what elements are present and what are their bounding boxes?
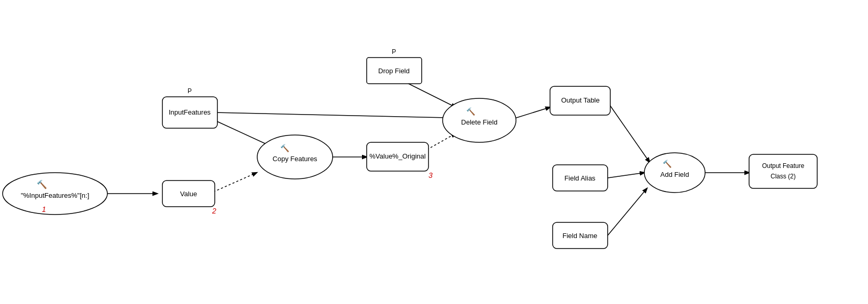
output-table-label: Output Table: [561, 96, 599, 104]
svg-line-6: [403, 81, 456, 107]
input-features-percent-label: "%InputFeatures%"[n:]: [21, 192, 90, 199]
field-alias-label: Field Alias: [564, 174, 596, 182]
svg-line-9: [608, 173, 644, 178]
number-1-label: 1: [42, 205, 46, 213]
output-feature-class-node[interactable]: [749, 154, 817, 188]
output-feature-class-label-2: Class (2): [771, 173, 796, 180]
hammer-icon-4: 🔨: [663, 160, 672, 168]
svg-line-10: [608, 188, 647, 235]
svg-line-5: [215, 112, 448, 118]
hammer-icon-1: 🔨: [37, 179, 47, 189]
svg-line-8: [608, 102, 650, 162]
input-features-label: InputFeatures: [169, 108, 211, 116]
hammer-icon-2: 🔨: [280, 144, 290, 153]
hammer-icon-3: 🔨: [466, 107, 476, 116]
number-2-label: 2: [212, 207, 216, 215]
add-field-label: Add Field: [661, 171, 689, 178]
output-feature-class-label-1: Output Feature: [762, 162, 805, 170]
svg-line-2: [210, 173, 257, 194]
field-name-label: Field Name: [563, 232, 597, 240]
p-label-1: P: [188, 87, 192, 95]
number-3-label: 3: [428, 171, 433, 179]
workflow-diagram: 🔨 "%InputFeatures%"[n:] 1 InputFeatures …: [0, 0, 868, 304]
value-percent-original-label: %Value%_Original: [369, 152, 426, 160]
drop-field-label: Drop Field: [378, 67, 410, 75]
delete-field-label: Delete Field: [461, 118, 497, 126]
value-label: Value: [180, 190, 197, 198]
diagram-container: 🔨 "%InputFeatures%"[n:] 1 InputFeatures …: [0, 0, 868, 304]
p-label-2: P: [392, 48, 396, 55]
copy-features-label: Copy Features: [272, 155, 317, 163]
